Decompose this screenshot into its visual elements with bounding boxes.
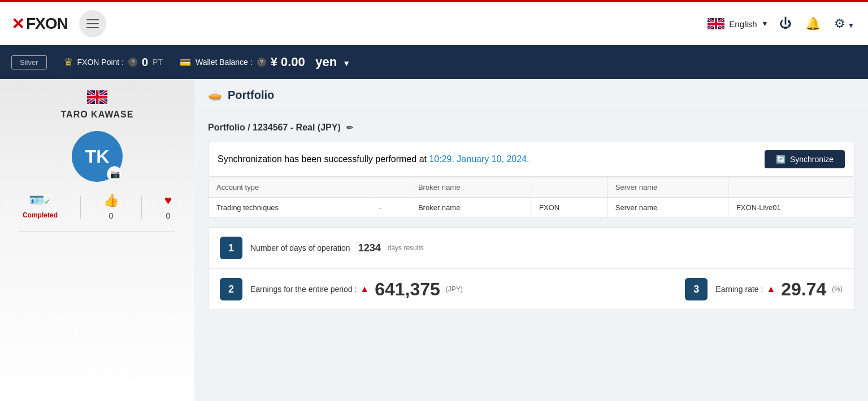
settings-button[interactable]: ⚙ ▼	[832, 14, 857, 33]
avatar-initials: TK	[85, 146, 110, 167]
rank-badge: Silver	[11, 55, 47, 69]
earning-rate-content: Earning rate : ▲ 29.74 (%)	[715, 279, 843, 300]
thumbs-up-icon: 👍	[103, 193, 119, 208]
sync-prefix: Synchronization has been successfully pe…	[218, 154, 429, 164]
fxon-point-unit: PT	[153, 58, 163, 67]
navbar-right: English ▼ ⏻ 🔔 ⚙ ▼	[708, 14, 857, 33]
step-badge-3: 3	[685, 278, 708, 300]
table-header-server-value	[728, 177, 854, 198]
earning-rate-arrow: ▲	[766, 284, 775, 294]
page-header: 🥧 Portfolio	[194, 79, 868, 111]
earning-rate-value: 29.74	[781, 279, 826, 300]
stats-row-1-content: Number of days of operation 1234 days re…	[250, 242, 424, 254]
content-area: 🥧 Portfolio Portfolio / 1234567 - Real (…	[194, 79, 868, 401]
wallet-chevron-icon[interactable]: ▼	[342, 59, 350, 68]
hamburger-button[interactable]	[79, 10, 106, 37]
synchronize-button[interactable]: 🔄 Synchronize	[765, 150, 845, 168]
table-cell-techniques-value: -	[371, 198, 410, 218]
gear-icon: ⚙	[834, 16, 845, 30]
step-badge-2: 2	[220, 278, 242, 300]
fxon-point-section: ♛ FXON Point : ? 0 PT	[64, 56, 163, 69]
edit-icon[interactable]: ✏	[346, 123, 353, 132]
table-header-server: Server name	[607, 177, 728, 198]
days-value: 1234	[358, 242, 381, 254]
earnings-unit: (JPY)	[446, 285, 463, 293]
wallet-label: Wallet Balance :	[196, 58, 253, 67]
portfolio-title-text: Portfolio / 1234567 - Real (JPY)	[208, 123, 341, 133]
completed-label: Completed	[23, 211, 58, 219]
earnings-content: Earnings for the entire period : ▲ 641,3…	[250, 279, 674, 300]
language-selector[interactable]: English ▼	[708, 18, 768, 29]
table-header-account-type: Account type	[209, 177, 410, 198]
table-header-empty	[531, 177, 607, 198]
camera-icon[interactable]: 📷	[107, 166, 123, 182]
fxon-point-label: FXON Point :	[77, 58, 124, 67]
main-layout: TARO KAWASE TK 📷 🪪✓ Completed 👍 0 ♥ 0	[0, 79, 868, 401]
earnings-value: 641,375	[375, 279, 440, 300]
stats-row-2-3: 2 Earnings for the entire period : ▲ 641…	[209, 269, 854, 310]
user-name: TARO KAWASE	[61, 110, 134, 120]
likes-value: 0	[109, 211, 114, 220]
hearts-stat: ♥ 0	[164, 193, 172, 220]
info-table: Account type Broker name Server name Tra…	[208, 177, 854, 218]
stat-divider-2	[141, 196, 142, 219]
settings-chevron-icon: ▼	[848, 21, 854, 29]
logo-text: FXON	[26, 15, 68, 33]
logo: ✕ FXON	[11, 15, 68, 33]
language-label: English	[729, 19, 757, 29]
step-badge-1: 1	[220, 237, 242, 259]
crown-icon: ♛	[64, 56, 73, 68]
power-button[interactable]: ⏻	[777, 14, 794, 33]
sidebar-divider	[19, 232, 175, 232]
table-cell-broker-label: Broker name	[410, 198, 531, 218]
wallet-section: 💳 Wallet Balance : ? ¥ 0.00 yen ▼	[180, 55, 350, 69]
portfolio-subtitle: Portfolio / 1234567 - Real (JPY) ✏	[208, 123, 854, 133]
power-icon: ⏻	[779, 16, 792, 30]
sync-icon: 🔄	[776, 155, 785, 164]
chevron-down-icon: ▼	[762, 20, 769, 28]
sub-header: Silver ♛ FXON Point : ? 0 PT 💳 Wallet Ba…	[0, 45, 868, 79]
sidebar: TARO KAWASE TK 📷 🪪✓ Completed 👍 0 ♥ 0	[0, 79, 194, 401]
notification-button[interactable]: 🔔	[803, 14, 823, 33]
portfolio-pie-icon: 🥧	[208, 88, 222, 102]
earning-rate-unit: (%)	[832, 285, 843, 293]
table-cell-server-value: FXON-Live01	[728, 198, 854, 218]
uk-flag-icon	[708, 18, 724, 29]
days-label: Number of days of operation	[250, 243, 350, 252]
table-cell-server-label: Server name	[607, 198, 728, 218]
sync-bar: Synchronization has been successfully pe…	[208, 142, 854, 177]
wallet-value: ¥ 0.00 yen ▼	[271, 55, 350, 69]
table-cell-broker-value: FXON	[531, 198, 607, 218]
sidebar-uk-flag-icon	[87, 90, 107, 104]
stats-row-1: 1 Number of days of operation 1234 days …	[209, 228, 854, 269]
earnings-arrow: ▲	[360, 284, 369, 294]
table-header-broker: Broker name	[410, 177, 531, 198]
user-flag	[87, 90, 107, 106]
sync-message: Synchronization has been successfully pe…	[218, 154, 529, 164]
hearts-value: 0	[166, 211, 171, 220]
heart-icon: ♥	[164, 193, 172, 208]
earning-rate-label: Earning rate :	[715, 285, 763, 294]
wallet-icon: 💳	[180, 57, 191, 68]
sync-button-label: Synchronize	[790, 155, 834, 164]
days-unit: days results	[388, 244, 424, 252]
page-title: Portfolio	[228, 89, 274, 102]
fxon-point-help-icon[interactable]: ?	[128, 58, 137, 67]
table-row: Trading techniques - Broker name FXON Se…	[209, 198, 854, 218]
stats-box: 1 Number of days of operation 1234 days …	[208, 227, 854, 310]
table-cell-techniques-label: Trading techniques	[209, 198, 371, 218]
content-body: Portfolio / 1234567 - Real (JPY) ✏ Synch…	[194, 111, 868, 321]
likes-stat: 👍 0	[103, 193, 119, 220]
avatar-container: TK 📷	[72, 131, 123, 182]
sync-time: 10:29. January 10, 2024.	[429, 154, 529, 164]
user-stats: 🪪✓ Completed 👍 0 ♥ 0	[23, 193, 172, 220]
earnings-label: Earnings for the entire period :	[250, 285, 357, 294]
top-navbar: ✕ FXON English ▼ ⏻ 🔔	[0, 0, 868, 45]
stat-divider-1	[80, 196, 81, 219]
rank-badge-container: Silver	[11, 57, 47, 67]
completed-stat: 🪪✓ Completed	[23, 193, 58, 219]
bell-icon: 🔔	[805, 16, 821, 30]
id-card-icon: 🪪✓	[29, 193, 51, 208]
navbar-left: ✕ FXON	[11, 10, 106, 37]
wallet-help-icon[interactable]: ?	[257, 58, 266, 67]
